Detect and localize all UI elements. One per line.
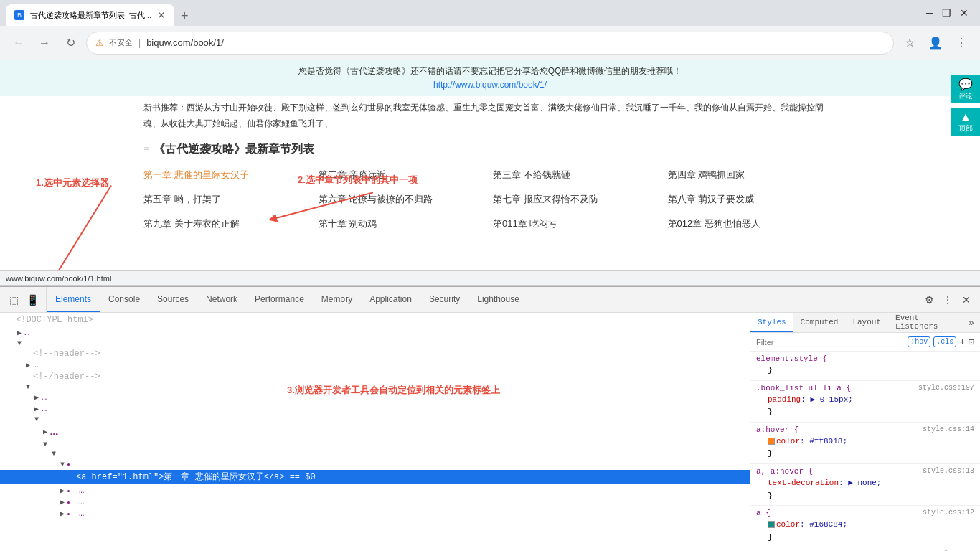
dom-toggle-12[interactable]: ▼ (40, 441, 50, 448)
devtools-panel: ⬚ 📱 ElementsConsoleSourcesNetworkPerform… (0, 286, 980, 551)
styles-tab-more[interactable]: » (969, 313, 980, 332)
comment-button[interactable]: 💬 评论 (951, 75, 980, 103)
dom-content-19: … (67, 509, 84, 519)
chapter-link-6[interactable]: 第七章 报应来得恰不及防 (490, 187, 665, 212)
devtools-tab-lighthouse[interactable]: Lighthouse (468, 287, 528, 312)
dom-toggle-2[interactable]: ▶ (14, 329, 24, 337)
dom-line-3[interactable]: ▼ (0, 339, 750, 348)
style-prop-2-0: color: #ff8018; (756, 435, 974, 448)
top-button[interactable]: ▲ 顶部 (951, 108, 980, 136)
devtools-tab-application[interactable]: Application (361, 287, 420, 312)
dom-line-19[interactable]: ▶… (0, 508, 750, 519)
element-picker-button[interactable]: ⬚ (6, 292, 22, 308)
styles-tab-computed[interactable]: Computed (793, 313, 846, 332)
back-button[interactable]: ← (9, 33, 29, 53)
active-tab[interactable]: B 古代逆袭攻略最新章节列表_古代... ✕ (6, 4, 174, 26)
dom-line-11[interactable]: ▶… (0, 424, 750, 440)
bookmark-button[interactable]: ☆ (900, 33, 920, 53)
dom-line-15[interactable]: <a href="1.html">第一章 悲催的星际女汉子</a> == $0 (0, 470, 750, 484)
dom-toggle-9[interactable]: ▶ (32, 405, 42, 413)
devtools-tab-security[interactable]: Security (420, 287, 468, 312)
more-button[interactable]: ⋮ (940, 292, 956, 308)
dom-line-10[interactable]: ▼ (0, 415, 750, 424)
dom-line-2[interactable]: ▶… (0, 327, 750, 339)
device-toolbar-button[interactable]: 📱 (24, 292, 40, 308)
styles-tab-eventlisteners[interactable]: Event Listeners (888, 313, 969, 332)
chapter-link-10[interactable]: 第011章 吃闷亏 (490, 212, 665, 236)
chapter-link-2[interactable]: 第三章 不给钱就砸 (490, 163, 665, 187)
dom-toggle-13[interactable]: ▼ (49, 450, 59, 458)
comment-icon: 💬 (958, 77, 973, 91)
menu-button[interactable]: ⋮ (951, 33, 971, 53)
dom-toggle-19[interactable]: ▶ (57, 509, 67, 518)
close-devtools-button[interactable]: ✕ (958, 292, 974, 308)
tab-close-button[interactable]: ✕ (157, 9, 166, 21)
dom-line-4[interactable]: <!--header--> (0, 348, 750, 359)
dom-toggle-14[interactable]: ▼ (57, 461, 67, 468)
filter-pseudo-button[interactable]: :hov (908, 336, 930, 347)
dom-toggle-17[interactable]: ▶ (57, 486, 67, 495)
maximize-button[interactable]: ❐ (942, 7, 951, 19)
dom-content-15: <a href="1.html">第一章 悲催的星际女汉子</a> == $0 (76, 471, 316, 483)
filter-input[interactable] (756, 338, 905, 347)
dom-line-17[interactable]: ▶… (0, 485, 750, 496)
new-tab-button[interactable]: + (174, 6, 194, 26)
dom-toggle-18[interactable]: ▶ (57, 498, 67, 507)
dom-line-14[interactable]: ▼ (0, 458, 750, 470)
dom-toggle-10[interactable]: ▼ (32, 415, 42, 423)
dom-line-9[interactable]: ▶… (0, 403, 750, 415)
chapter-link-3[interactable]: 第四章 鸡鸭抓回家 (665, 163, 840, 187)
chapter-link-5[interactable]: 第六章 论撩与被撩的不归路 (316, 187, 491, 212)
float-buttons: 💬 评论 ▲ 顶部 (951, 75, 980, 136)
dom-toggle-5[interactable]: ▶ (23, 361, 33, 369)
chapter-link-1[interactable]: 第二章 亲疏远近 (316, 163, 491, 187)
color-swatch (768, 521, 775, 528)
filter-cls-button[interactable]: .cls (933, 336, 956, 347)
notice-url[interactable]: http://www.biquw.com/book/1/ (433, 80, 547, 90)
section-title: 《古代逆袭攻略》最新章节列表 (154, 142, 314, 157)
close-button[interactable]: ✕ (960, 7, 969, 19)
devtools-tab-network[interactable]: Network (197, 287, 246, 312)
dom-line-6[interactable]: <!-/header--> (0, 371, 750, 382)
devtools-tab-sources[interactable]: Sources (149, 287, 197, 312)
devtools-tab-performance[interactable]: Performance (246, 287, 313, 312)
styles-tab-layout[interactable]: Layout (845, 313, 888, 332)
dom-line-5[interactable]: ▶… (0, 359, 750, 371)
dom-line-18[interactable]: ▶… (0, 496, 750, 508)
address-input[interactable]: ⚠ 不安全 | biquw.com/book/1/ (86, 32, 894, 55)
dom-content-18: … (67, 497, 84, 507)
chapter-link-11[interactable]: 第012章 恶狗也怕恶人 (665, 212, 840, 236)
styles-tab-styles[interactable]: Styles (750, 313, 793, 332)
dom-line-12[interactable]: ▼ (0, 440, 750, 449)
chapter-link-9[interactable]: 第十章 别动鸡 (316, 212, 491, 236)
dom-toggle-3[interactable]: ▼ (14, 339, 24, 347)
dom-panel[interactable]: <!DOCTYPE html>▶…▼<!--header-->▶…<!-/hea… (0, 313, 750, 551)
devtools-tab-memory[interactable]: Memory (313, 287, 361, 312)
chapter-link-0[interactable]: 第一章 悲催的星际女汉子 (141, 163, 316, 187)
devtools-settings: ⚙ ⋮ ✕ (921, 287, 980, 312)
chapter-link-7[interactable]: 第八章 萌汉子要发威 (665, 187, 840, 212)
add-style-button[interactable]: + (959, 336, 965, 348)
devtools-tab-console[interactable]: Console (100, 287, 149, 312)
styles-filter: :hov .cls + ⊡ (750, 333, 980, 352)
account-button[interactable]: 👤 (925, 33, 946, 53)
dom-line-7[interactable]: ▼ (0, 382, 750, 392)
top-icon: ▲ (960, 110, 971, 123)
dom-toggle-11[interactable]: ▶ (40, 428, 50, 436)
dom-line-8[interactable]: ▶… (0, 392, 750, 403)
chapter-link-4[interactable]: 第五章 哟，打架了 (141, 187, 316, 212)
style-prop-close-1-1: } (756, 406, 974, 419)
dom-line-0[interactable]: <!DOCTYPE html> (0, 314, 750, 326)
forward-button[interactable]: → (34, 33, 55, 53)
devtools-tab-elements[interactable]: Elements (47, 287, 100, 312)
reload-button[interactable]: ↻ (60, 33, 80, 53)
devtools-icons: ⬚ 📱 (0, 287, 47, 312)
settings-button[interactable]: ⚙ (921, 292, 937, 308)
chapter-link-8[interactable]: 第九章 关于寿衣的正解 (141, 212, 316, 236)
expand-button[interactable]: ⊡ (969, 336, 974, 348)
dom-line-13[interactable]: ▼ (0, 449, 750, 458)
dom-toggle-7[interactable]: ▼ (23, 383, 33, 391)
dom-toggle-8[interactable]: ▶ (32, 393, 42, 402)
style-rule-1: .book_list ul li a {style.css:197padding… (750, 381, 980, 423)
minimize-button[interactable]: ─ (926, 7, 933, 19)
